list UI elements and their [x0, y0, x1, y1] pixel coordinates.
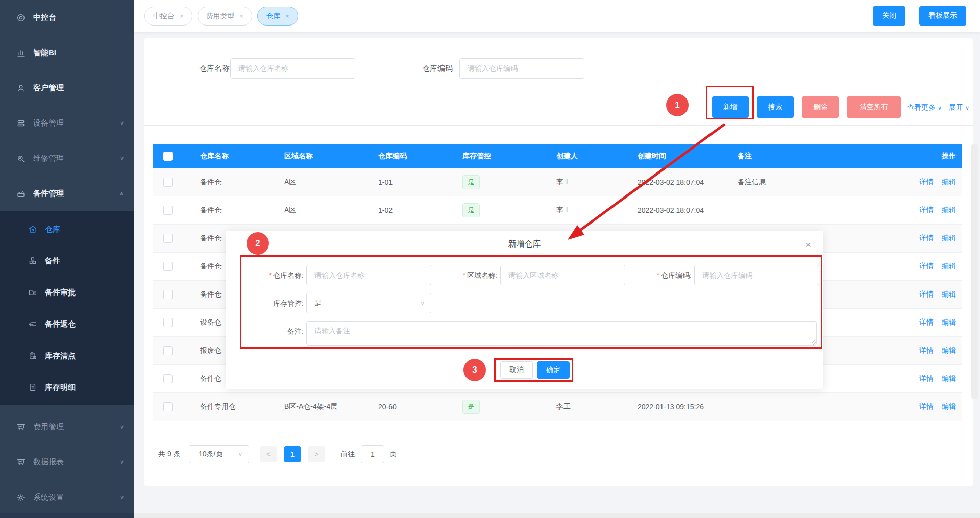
table-row: 备件仓 A区 1-02 是 李工 2022-03-02 18:07:04 详情编… [153, 196, 962, 225]
sidebar-item-reports[interactable]: 数据报表 ∨ [0, 445, 134, 480]
sidebar-item-spare-parts[interactable]: 备件管理 ∧ [0, 176, 134, 211]
sidebar-bottom: 费用管理 ∨ 数据报表 ∨ 系统设置 ∨ [0, 405, 134, 515]
submenu-item-label: 备件 [45, 256, 60, 266]
submenu-item-stock-detail[interactable]: 库存明细 [0, 372, 134, 403]
confirm-button[interactable]: 确定 [537, 361, 570, 379]
tab-console[interactable]: 中控台 × [144, 7, 192, 26]
detail-link[interactable]: 详情 [919, 318, 934, 326]
edit-link[interactable]: 编辑 [942, 346, 956, 354]
cell-code: 1-01 [361, 178, 445, 186]
edit-link[interactable]: 编辑 [942, 234, 956, 242]
close-icon[interactable]: × [285, 12, 289, 20]
table-row: 备件专用仓 B区-A仓-4架-4层 20-60 是 李工 2022-01-13 … [153, 393, 962, 421]
sidebar-item-label: 备件管理 [33, 189, 112, 199]
edit-link[interactable]: 编辑 [942, 318, 956, 326]
detail-link[interactable]: 详情 [919, 206, 934, 214]
tab-label: 仓库 [266, 12, 280, 21]
clear-all-button[interactable]: 清空所有 [847, 96, 901, 118]
topbar: 中控台 × 费用类型 × 仓库 × 关闭 看板展示 [134, 0, 980, 32]
submenu-item-label: 备件返仓 [45, 319, 76, 329]
tab-bar: 中控台 × 费用类型 × 仓库 × [144, 7, 298, 26]
add-button[interactable]: 新增 [712, 96, 749, 118]
edit-link[interactable]: 编辑 [942, 290, 956, 298]
page-size-select[interactable]: 10条/页 ∨ [189, 445, 249, 463]
close-page-button[interactable]: 关闭 [873, 6, 905, 26]
view-more-link[interactable]: 查看更多 ∨ [907, 103, 942, 112]
approval-folder-icon [28, 288, 37, 297]
stock-control-tag: 是 [462, 203, 480, 217]
sidebar-item-bi[interactable]: 智能BI [0, 35, 134, 70]
cell-code: 1-02 [361, 206, 445, 214]
detail-link[interactable]: 详情 [919, 290, 934, 298]
warehouse-name-input[interactable] [230, 58, 355, 79]
sidebar-item-label: 维修管理 [33, 154, 112, 163]
detail-link[interactable]: 详情 [919, 262, 934, 270]
next-page-button[interactable]: > [308, 446, 325, 462]
required-mark: * [463, 271, 465, 279]
select-all-checkbox[interactable] [163, 152, 173, 161]
search-button[interactable]: 搜索 [757, 96, 794, 118]
total-count: 共 9 条 [158, 450, 181, 459]
row-checkbox[interactable] [163, 234, 173, 243]
close-icon[interactable]: × [240, 12, 244, 20]
stock-control-select[interactable]: 是 ∨ [306, 293, 431, 313]
sidebar-item-settings[interactable]: 系统设置 ∨ [0, 480, 134, 515]
row-checkbox[interactable] [163, 178, 173, 187]
detail-link[interactable]: 详情 [919, 234, 934, 242]
goto-page-input[interactable] [361, 445, 384, 463]
detail-link[interactable]: 详情 [919, 374, 934, 382]
detail-link[interactable]: 详情 [919, 402, 934, 410]
edit-link[interactable]: 编辑 [942, 206, 956, 214]
submenu-item-warehouse[interactable]: 仓库 [0, 213, 134, 245]
detail-link[interactable]: 详情 [919, 178, 934, 186]
submenu-item-parts-return[interactable]: 备件返仓 [0, 308, 134, 340]
row-checkbox[interactable] [163, 262, 173, 271]
submenu-item-parts-approval[interactable]: 备件审批 [0, 277, 134, 308]
cancel-button[interactable]: 取消 [500, 361, 533, 379]
kanban-display-button[interactable]: 看板展示 [919, 6, 966, 26]
row-checkbox[interactable] [163, 346, 173, 355]
horizontal-scrollbar-right[interactable] [134, 513, 980, 518]
chevron-down-icon: ∨ [120, 155, 124, 162]
sidebar-item-repair[interactable]: 维修管理 ∨ [0, 141, 134, 176]
edit-link[interactable]: 编辑 [942, 178, 956, 186]
chevron-down-icon: ∨ [120, 120, 124, 127]
row-checkbox[interactable] [163, 318, 173, 327]
sidebar-item-devices[interactable]: 设备管理 ∨ [0, 106, 134, 141]
dialog-warehouse-code-input[interactable] [694, 265, 819, 285]
expand-link[interactable]: 展开 ∨ [949, 103, 969, 112]
close-icon[interactable]: × [180, 12, 184, 20]
submenu-item-stocktake[interactable]: 库存清点 [0, 340, 134, 372]
cell-name: 备件专用仓 [183, 402, 267, 411]
sidebar-item-customers[interactable]: 客户管理 [0, 70, 134, 106]
edit-link[interactable]: 编辑 [942, 262, 956, 270]
resize-grip-icon[interactable] [812, 340, 816, 345]
horizontal-scrollbar-left[interactable] [0, 513, 134, 518]
delete-button[interactable]: 删除 [802, 96, 839, 118]
row-checkbox[interactable] [163, 206, 173, 215]
app-screen: 中控台 智能BI 客户管理 设备管理 ∨ 维修管理 ∨ 备件管理 ∧ [0, 0, 980, 518]
sidebar-item-expenses[interactable]: 费用管理 ∨ [0, 409, 134, 445]
current-page[interactable]: 1 [284, 446, 301, 462]
vertical-scrollbar[interactable] [971, 144, 978, 399]
cell-creator: 李工 [539, 206, 620, 215]
submenu-item-parts[interactable]: 备件 [0, 245, 134, 277]
dialog-remark-textarea[interactable] [306, 321, 817, 346]
row-checkbox[interactable] [163, 290, 173, 299]
dialog-close-icon[interactable]: × [805, 240, 811, 250]
chevron-down-icon: ∨ [120, 424, 124, 430]
dialog-warehouse-name-input[interactable] [306, 265, 431, 285]
tab-expense-type[interactable]: 费用类型 × [198, 7, 253, 26]
sidebar-item-console[interactable]: 中控台 [0, 0, 134, 35]
warehouse-code-input[interactable] [459, 58, 584, 79]
edit-link[interactable]: 编辑 [942, 402, 956, 410]
tab-warehouse[interactable]: 仓库 × [257, 7, 298, 26]
sidebar-item-label: 数据报表 [33, 457, 112, 467]
row-checkbox[interactable] [163, 402, 173, 411]
detail-link[interactable]: 详情 [919, 346, 934, 354]
prev-page-button[interactable]: < [260, 446, 277, 462]
submenu-item-label: 备件审批 [45, 288, 76, 298]
row-checkbox[interactable] [163, 374, 173, 383]
edit-link[interactable]: 编辑 [942, 374, 956, 382]
dialog-area-name-input[interactable] [500, 265, 625, 285]
